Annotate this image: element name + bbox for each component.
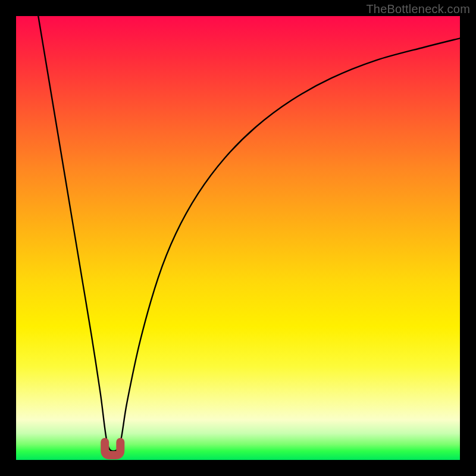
chart-area xyxy=(16,16,460,460)
bottleneck-curve-svg xyxy=(16,16,460,460)
optimum-u-marker xyxy=(105,442,120,455)
watermark-text: TheBottleneck.com xyxy=(366,2,470,16)
bottleneck-curve-path xyxy=(38,16,460,451)
